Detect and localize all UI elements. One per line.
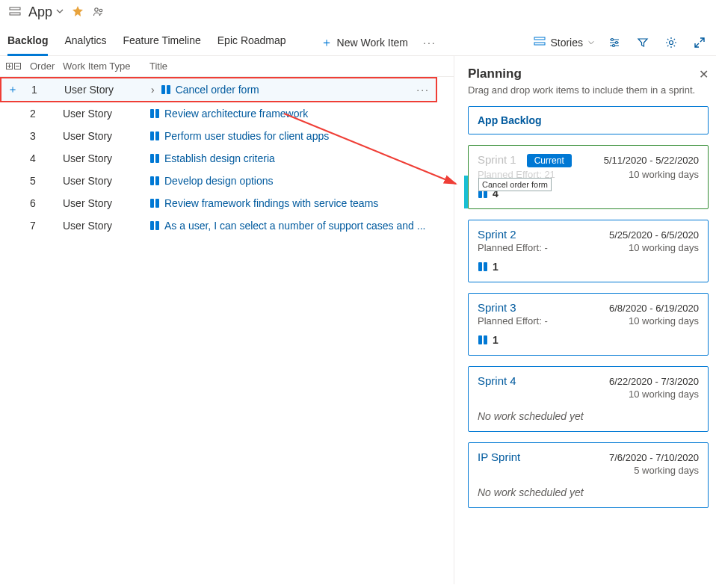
table-row[interactable]: 6User StoryReview framework findings wit… [0, 192, 454, 214]
sprint-name[interactable]: Sprint 4 [478, 374, 516, 387]
sprint-dates: 7/6/2020 - 7/10/2020 [609, 452, 699, 463]
svg-rect-23 [155, 221, 159, 230]
row-more-icon[interactable]: ··· [416, 84, 430, 96]
svg-rect-13 [155, 109, 159, 118]
view-selector-label: Stories [550, 37, 583, 49]
svg-rect-14 [150, 131, 154, 140]
sprint-count: 1 [493, 334, 499, 346]
svg-rect-5 [534, 43, 545, 45]
work-item-link[interactable]: As a user, I can select a number of supp… [164, 220, 425, 232]
user-story-icon [161, 84, 171, 95]
user-story-icon [149, 176, 160, 186]
planning-title: Planning [468, 66, 522, 81]
backlog-view-icon [534, 36, 546, 50]
app-title: App [28, 4, 52, 20]
sprint-bucket[interactable]: Sprint 25/25/2020 - 6/5/2020Planned Effo… [468, 220, 709, 282]
filter-icon[interactable] [634, 34, 652, 52]
svg-rect-12 [150, 109, 154, 118]
svg-point-6 [611, 39, 614, 41]
tab-analytics[interactable]: Analytics [64, 30, 106, 55]
chevron-down-icon[interactable] [55, 6, 64, 18]
backlog-bucket[interactable]: App Backlog [468, 106, 709, 134]
row-type: User Story [63, 197, 149, 209]
row-type: User Story [63, 108, 149, 120]
svg-point-3 [99, 9, 102, 12]
table-row[interactable]: 3User StoryPerform user studies for clie… [0, 125, 454, 147]
chevron-down-icon [587, 37, 595, 49]
collapse-all-icon[interactable] [14, 63, 21, 69]
people-icon[interactable] [88, 1, 109, 22]
sprint-name[interactable]: IP Sprint [478, 451, 520, 463]
sprint-bucket[interactable]: IP Sprint7/6/2020 - 7/10/20205 working d… [468, 442, 709, 508]
no-work-message: No work scheduled yet [478, 486, 699, 498]
user-story-icon [478, 188, 488, 199]
sprint-dates: 5/11/2020 - 5/22/2020 [604, 155, 699, 166]
row-order: 2 [30, 108, 63, 120]
row-type: User Story [63, 175, 149, 187]
work-item-link[interactable]: Develop design options [164, 175, 274, 187]
row-order: 5 [30, 175, 63, 187]
close-icon[interactable]: ✕ [699, 67, 709, 81]
gear-icon[interactable] [662, 34, 680, 52]
settings-sliders-icon[interactable] [605, 34, 623, 52]
svg-rect-26 [478, 262, 482, 271]
svg-rect-15 [155, 131, 159, 140]
sprint-effort: Planned Effort: - [478, 242, 548, 253]
table-row[interactable]: ＋1User StoryCancel order form··· [0, 77, 437, 102]
sprint-name[interactable]: Sprint 3 [478, 301, 516, 314]
row-order: 7 [30, 220, 63, 232]
col-type[interactable]: Work Item Type [63, 61, 149, 72]
svg-rect-18 [150, 176, 154, 185]
work-item-link[interactable]: Review architecture framework [164, 108, 308, 120]
table-row[interactable]: 2User StoryReview architecture framework [0, 102, 454, 125]
work-item-link[interactable]: Cancel order form [176, 84, 259, 96]
star-icon[interactable] [72, 5, 84, 19]
sprint-bucket[interactable]: Sprint 1Current5/11/2020 - 5/22/2020Plan… [468, 145, 709, 209]
view-selector[interactable]: Stories [534, 36, 595, 50]
no-work-message: No work scheduled yet [478, 410, 699, 422]
more-actions-button[interactable]: ··· [423, 37, 436, 49]
user-story-icon [478, 335, 488, 345]
sprint-dates: 6/8/2020 - 6/19/2020 [609, 303, 699, 314]
sprint-name[interactable]: Sprint 2 [478, 228, 516, 241]
svg-rect-1 [10, 13, 20, 15]
svg-rect-21 [155, 199, 159, 208]
svg-rect-11 [167, 85, 170, 94]
new-work-item-label: New Work Item [337, 37, 408, 49]
svg-point-7 [616, 42, 618, 44]
work-item-link[interactable]: Perform user studies for client apps [164, 130, 329, 142]
sprint-days: 10 working days [629, 389, 699, 400]
backlog-bucket-title: App Backlog [478, 114, 542, 126]
plus-icon: ＋ [321, 35, 333, 51]
sprint-bucket[interactable]: Sprint 46/22/2020 - 7/3/202010 working d… [468, 366, 709, 432]
sprint-bucket[interactable]: Sprint 36/8/2020 - 6/19/2020Planned Effo… [468, 293, 709, 356]
row-type: User Story [63, 220, 149, 232]
col-title[interactable]: Title [149, 61, 448, 72]
row-type: User Story [63, 152, 149, 164]
svg-rect-10 [161, 85, 165, 94]
work-item-link[interactable]: Establish design criteria [164, 152, 275, 164]
svg-rect-29 [484, 335, 487, 344]
svg-rect-24 [478, 189, 482, 198]
svg-rect-22 [150, 221, 154, 230]
current-badge: Current [527, 154, 572, 167]
user-story-icon [149, 108, 160, 119]
tab-feature-timeline[interactable]: Feature Timeline [123, 30, 201, 55]
work-item-link[interactable]: Review framework findings with service t… [164, 197, 378, 209]
new-work-item-button[interactable]: ＋ New Work Item [316, 32, 413, 54]
svg-rect-17 [155, 154, 159, 163]
add-child-icon[interactable]: ＋ [7, 83, 31, 96]
table-row[interactable]: 5User StoryDevelop design options [0, 170, 454, 192]
expand-all-icon[interactable] [6, 63, 13, 69]
expand-icon[interactable] [691, 34, 709, 52]
table-row[interactable]: 7User StoryAs a user, I can select a num… [0, 214, 454, 237]
tab-epic-roadmap[interactable]: Epic Roadmap [217, 30, 286, 55]
table-row[interactable]: 4User StoryEstablish design criteria [0, 147, 454, 170]
col-order[interactable]: Order [30, 61, 63, 72]
svg-rect-25 [484, 189, 487, 198]
sprint-name[interactable]: Sprint 1 [478, 153, 516, 166]
tab-backlog[interactable]: Backlog [7, 30, 48, 56]
sprint-days: 10 working days [629, 169, 699, 180]
sprint-dates: 6/22/2020 - 7/3/2020 [609, 376, 699, 387]
svg-point-9 [670, 41, 673, 45]
